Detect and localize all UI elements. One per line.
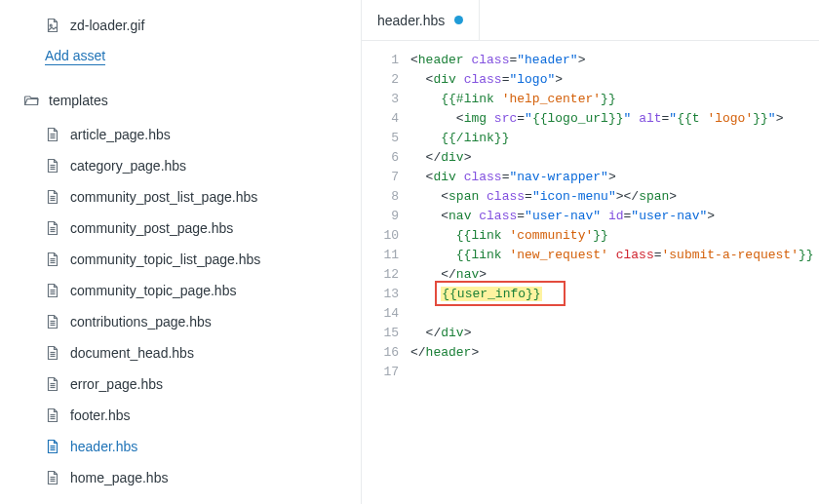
line-number: 10 [362,226,399,246]
file-item[interactable]: article_page.hbs [0,119,361,150]
file-item[interactable]: community_topic_list_page.hbs [0,244,361,275]
add-asset-link[interactable]: Add asset [0,41,361,72]
file-item[interactable]: home_page.hbs [0,462,361,493]
line-number: 7 [362,168,399,187]
sidebar: zd-loader.gif Add asset templates articl… [0,0,361,504]
file-label: community_topic_list_page.hbs [70,252,260,267]
line-number: 8 [362,187,399,207]
code-line: <div class="logo"> [410,70,819,90]
file-label: category_page.hbs [70,158,186,174]
image-icon [45,18,60,33]
code-line: {{#link 'help_center'}} [410,90,819,109]
line-number: 1 [362,51,399,70]
folder-label: templates [49,93,108,108]
code-editor[interactable]: 1234567891011121314151617 <header class=… [362,41,819,504]
line-number: 17 [362,363,399,382]
code-line: {{/link}} [410,129,819,148]
line-gutter: 1234567891011121314151617 [362,51,410,504]
file-label: error_page.hbs [70,376,163,392]
asset-item[interactable]: zd-loader.gif [0,10,361,41]
code-content[interactable]: <header class="header"> <div class="logo… [410,51,819,504]
line-number: 12 [362,265,399,285]
file-item[interactable]: header.hbs [0,431,361,462]
line-number: 13 [362,285,399,304]
svg-point-0 [50,24,52,26]
code-line: <img src="{{logo_url}}" alt="{{t 'logo'}… [410,109,819,129]
line-number: 11 [362,246,399,265]
file-item[interactable]: contributions_page.hbs [0,306,361,337]
file-item[interactable]: error_page.hbs [0,368,361,400]
file-label: contributions_page.hbs [70,314,212,330]
file-label: document_head.hbs [70,345,194,361]
file-icon [45,158,60,174]
folder-open-icon [23,93,39,108]
code-line: </header> [410,343,819,363]
folder-templates[interactable]: templates [0,84,361,117]
tab-header-hbs[interactable]: header.hbs [362,0,480,40]
code-line [410,363,819,382]
file-icon [45,470,60,485]
line-number: 14 [362,304,399,324]
code-line: <span class="icon-menu"></span> [410,187,819,207]
file-label: footer.hbs [70,407,131,423]
file-item[interactable]: community_post_list_page.hbs [0,181,361,213]
code-line: <div class="nav-wrapper"> [410,168,819,187]
line-number: 3 [362,90,399,109]
file-icon [45,345,60,361]
code-line: <nav class="user-nav" id="user-nav"> [410,207,819,226]
tab-label: header.hbs [377,13,445,28]
code-line [410,304,819,324]
code-line: </nav> [410,265,819,285]
file-icon [45,220,60,236]
file-icon [45,376,60,392]
code-line: {{link 'community'}} [410,226,819,246]
file-item[interactable]: category_page.hbs [0,150,361,181]
editor-pane: header.hbs 1234567891011121314151617 <he… [361,0,819,504]
file-label: home_page.hbs [70,470,168,485]
file-item[interactable]: community_topic_page.hbs [0,275,361,306]
code-line: {{link 'new_request' class='submit-a-req… [410,246,819,265]
line-number: 5 [362,129,399,148]
line-number: 4 [362,109,399,129]
line-number: 9 [362,207,399,226]
file-label: header.hbs [70,439,137,454]
code-line: {{user_info}} [410,285,819,304]
code-line: </div> [410,148,819,168]
line-number: 15 [362,324,399,343]
file-label: article_page.hbs [70,127,171,142]
add-asset-label: Add asset [45,48,105,65]
file-item[interactable]: footer.hbs [0,400,361,431]
file-icon [45,439,60,454]
file-icon [45,127,60,142]
file-icon [45,283,60,298]
code-line: </div> [410,324,819,343]
line-number: 6 [362,148,399,168]
dirty-indicator-icon [454,16,463,24]
file-icon [45,407,60,423]
file-icon [45,314,60,330]
code-line: <header class="header"> [410,51,819,70]
asset-label: zd-loader.gif [70,18,144,33]
line-number: 2 [362,70,399,90]
tab-bar: header.hbs [362,0,819,41]
file-item[interactable]: community_post_page.hbs [0,213,361,244]
line-number: 16 [362,343,399,363]
file-label: community_post_list_page.hbs [70,189,257,205]
file-icon [45,252,60,267]
file-item[interactable]: document_head.hbs [0,337,361,368]
file-icon [45,189,60,205]
file-label: community_topic_page.hbs [70,283,236,298]
file-label: community_post_page.hbs [70,220,233,236]
